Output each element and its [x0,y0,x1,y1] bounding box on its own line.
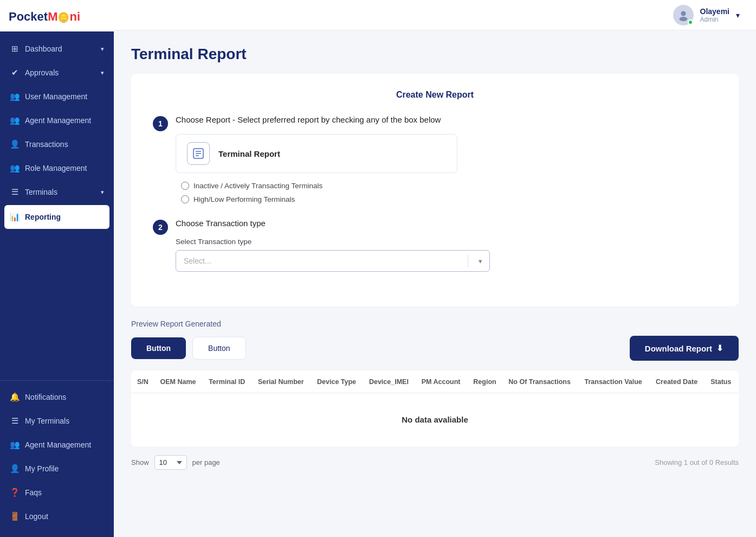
download-icon: ⬇ [716,343,723,353]
sidebar-item-agent-management[interactable]: 👥 Agent Management [0,108,114,132]
transactions-icon: 👤 [10,139,20,149]
table-header: S/N OEM Name Terminal ID Serial Number D… [132,371,739,393]
col-device-type: Device Type [312,371,364,393]
content-area: Terminal Report Create New Report 1 Choo… [114,30,756,537]
sidebar-item-faqs[interactable]: ❓ Faqs [0,481,114,504]
terminals-icon: ☰ [10,187,20,197]
col-serial-number: Serial Number [253,371,312,393]
create-report-card: Create New Report 1 Choose Report - Sele… [131,74,739,306]
agent-management-icon: 👥 [10,116,20,125]
sidebar-item-label: Dashboard [25,44,62,53]
topbar: Olayemi Admin ▾ [114,0,756,30]
step1-number: 1 [153,116,168,131]
step2-content: Choose Transaction type Select Transacti… [176,219,717,272]
radio-highlow-input[interactable] [181,195,189,203]
transaction-type-select[interactable]: Select... Credit Debit Transfer [176,250,490,272]
col-transaction-value: Transaction Value [579,371,651,393]
step1-row: 1 Choose Report - Select preferred repor… [153,115,717,203]
faqs-icon: ❓ [10,488,20,497]
agent-management2-icon: 👥 [10,440,20,450]
chevron-down-icon: ▾ [101,189,104,196]
sidebar-item-label: User Management [25,92,87,101]
col-no-transactions: No Of Transactions [503,371,579,393]
pagination-bar: Show 10 25 50 100 per page Showing 1 out… [131,446,739,470]
sidebar-item-label: Approvals [25,68,59,77]
download-report-button[interactable]: Download Report ⬇ [630,336,739,361]
col-status: Status [705,371,738,393]
svg-point-0 [681,11,686,16]
inactive-button[interactable]: Button [192,337,245,360]
sidebar-item-transactions[interactable]: 👤 Transactions [0,132,114,156]
col-region: Region [468,371,503,393]
sidebar-item-role-management[interactable]: 👥 Role Management [0,156,114,180]
sidebar-item-my-profile[interactable]: 👤 My Profile [0,457,114,481]
step2-number: 2 [153,220,168,235]
sidebar-item-label: Agent Management [25,440,91,449]
reporting-icon: 📊 [10,212,20,222]
chevron-down-icon: ▾ [101,69,104,76]
svg-point-1 [679,17,687,21]
sidebar-bottom: 🔔 Notifications ☰ My Terminals 👥 Agent M… [0,380,114,537]
preview-section: Preview Report Generated Button Button D… [131,319,739,470]
per-page-label: per page [192,458,220,466]
sidebar-item-label: Faqs [25,488,42,497]
approvals-icon: ✔ [10,68,20,78]
sidebar-item-notifications[interactable]: 🔔 Notifications [0,385,114,409]
sidebar-item-label: Logout [25,512,48,521]
sidebar-item-terminals[interactable]: ☰ Terminals ▾ [0,180,114,204]
online-indicator [688,20,693,25]
sidebar-item-label: Role Management [25,164,87,172]
step1-content: Choose Report - Select preferred report … [176,115,717,203]
user-info: Olayemi Admin [700,7,729,23]
sidebar-item-my-terminals[interactable]: ☰ My Terminals [0,409,114,433]
step2-row: 2 Choose Transaction type Select Transac… [153,219,717,272]
user-management-icon: 👥 [10,92,20,101]
active-button[interactable]: Button [131,337,186,359]
sidebar-item-label: Terminals [25,188,57,196]
preview-label: Preview Report Generated [131,319,739,328]
logo-text1: Pocket [9,10,48,24]
col-terminal-id: Terminal ID [203,371,253,393]
select-transaction-label: Select Transaction type [176,238,717,246]
transaction-type-select-wrapper: Select... Credit Debit Transfer ▾ [176,250,490,272]
sidebar-item-label: Reporting [25,213,61,221]
sidebar-item-label: Transactions [25,140,68,149]
per-page-select[interactable]: 10 25 50 100 [154,455,187,470]
report-table: S/N OEM Name Terminal ID Serial Number D… [131,370,739,446]
radio-highlow[interactable]: High/Low Performing Terminals [181,195,717,203]
sidebar-item-user-management[interactable]: 👥 User Management [0,85,114,108]
sidebar-item-label: My Profile [25,464,59,473]
radio-highlow-label: High/Low Performing Terminals [193,195,295,203]
sidebar-nav: ⊞ Dashboard ▾ ✔ Approvals ▾ 👥 User Manag… [0,31,114,380]
radio-inactive-input[interactable] [181,182,189,190]
sidebar-item-approvals[interactable]: ✔ Approvals ▾ [0,61,114,85]
user-menu-button[interactable]: ▾ [736,11,740,20]
logo-text2: M🪙ni [48,10,80,24]
my-terminals-icon: ☰ [10,416,20,426]
step1-label: Choose Report - Select preferred report … [176,115,717,124]
sidebar-item-agent-management2[interactable]: 👥 Agent Management [0,433,114,457]
step2-label: Choose Transaction type [176,219,717,228]
report-option-icon [187,142,210,165]
col-device-imei: Device_IMEI [364,371,416,393]
sidebar-item-logout[interactable]: 🚪 Logout [0,504,114,528]
radio-group: Inactive / Actively Transacting Terminal… [176,182,717,203]
preview-toolbar: Button Button Download Report ⬇ [131,336,739,361]
notifications-icon: 🔔 [10,392,20,402]
logout-icon: 🚪 [10,512,20,521]
main-area: Olayemi Admin ▾ Terminal Report Create N… [114,0,756,537]
sidebar-item-label: Agent Management [25,116,91,125]
dashboard-icon: ⊞ [10,44,20,54]
radio-inactive[interactable]: Inactive / Actively Transacting Terminal… [181,182,717,190]
pagination-info: Showing 1 out of 0 Results [655,458,739,466]
user-name: Olayemi [700,7,729,16]
col-created-date: Created Date [650,371,705,393]
radio-inactive-label: Inactive / Actively Transacting Terminal… [193,182,322,190]
sidebar-item-label: My Terminals [25,417,69,425]
sidebar-item-reporting[interactable]: 📊 Reporting [4,205,109,229]
col-oem-name: OEM Name [155,371,204,393]
report-option-label: Terminal Report [218,149,280,158]
sidebar-item-dashboard[interactable]: ⊞ Dashboard ▾ [0,37,114,61]
report-option-box: Terminal Report [176,134,457,173]
table-body: No data avaliable [132,393,739,446]
